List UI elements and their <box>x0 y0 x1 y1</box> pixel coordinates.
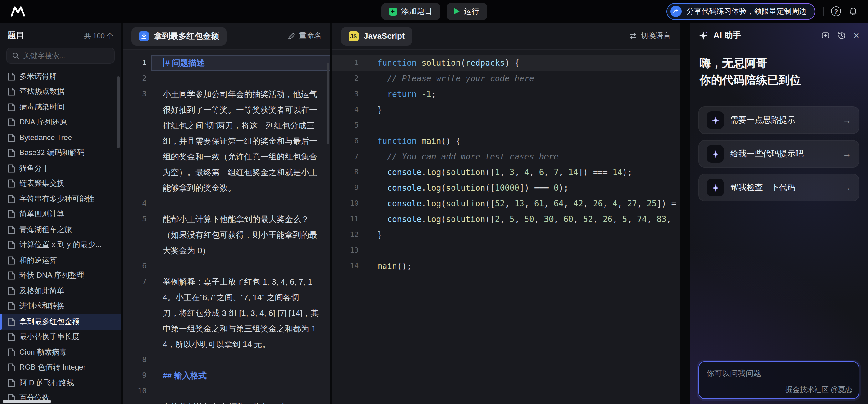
rename-button[interactable]: 重命名 <box>288 31 322 41</box>
code-line[interactable]: 6function main() { <box>332 133 680 149</box>
new-chat-icon[interactable] <box>821 31 830 40</box>
code-line[interactable]: 11 console.log(solution([2, 5, 50, 30, 6… <box>332 211 680 227</box>
document-icon <box>7 257 15 265</box>
code-line[interactable]: 1function solution(redpacks) { <box>332 55 680 71</box>
main-area: 题目 共 100 个 多米诺骨牌查找热点数据病毒感染时间DNA 序列还原Byte… <box>0 23 868 404</box>
sidebar-item[interactable]: 进制求和转换 <box>0 299 121 314</box>
topbar: + 添加题目 运行 分享代码练习体验，领限量定制周边 ? <box>0 0 868 23</box>
problem-scrollbar[interactable] <box>327 63 329 144</box>
search-input[interactable] <box>23 52 109 59</box>
problem-line[interactable]: 10 <box>123 383 331 399</box>
search-box[interactable] <box>6 47 115 64</box>
problem-line[interactable]: 6 <box>123 258 331 274</box>
sidebar-item[interactable]: 计算位置 x 到 y 的最少... <box>0 237 121 252</box>
topbar-right: 分享代码练习体验，领限量定制周边 ? <box>666 3 858 20</box>
add-problem-button[interactable]: + 添加题目 <box>381 3 440 20</box>
sidebar-item[interactable]: Base32 编码和解码 <box>0 145 121 161</box>
problem-title: 拿到最多红包金额 <box>154 30 219 42</box>
sidebar-item[interactable]: 环状 DNA 序列整理 <box>0 268 121 283</box>
ai-question-input[interactable] <box>699 362 859 398</box>
problem-title-tab[interactable]: 拿到最多红包金额 <box>131 27 226 45</box>
sidebar-item[interactable]: 猫鱼分干 <box>0 161 121 176</box>
ai-panel-title: AI 助手 <box>713 30 741 41</box>
share-icon <box>670 6 682 17</box>
code-line[interactable]: 3 return -1; <box>332 86 680 102</box>
sidebar-item[interactable]: 链表聚集交换 <box>0 176 121 191</box>
code-line[interactable]: 5 <box>332 117 680 133</box>
problem-line[interactable]: 8 <box>123 352 331 368</box>
run-label: 运行 <box>464 6 479 16</box>
arrow-right-icon: → <box>842 182 851 193</box>
run-button[interactable]: 运行 <box>446 3 487 20</box>
bell-icon[interactable] <box>848 7 858 16</box>
suggestion-card[interactable]: 需要一点思路提示→ <box>699 106 859 134</box>
sidebar-item[interactable]: Bytedance Tree <box>0 130 121 145</box>
share-banner[interactable]: 分享代码练习体验，领限量定制周边 <box>666 3 815 20</box>
history-icon[interactable] <box>837 31 846 40</box>
sparkle-icon <box>707 179 724 196</box>
code-line[interactable]: 10 console.log(solution([52, 13, 61, 64,… <box>332 196 680 211</box>
document-icon <box>7 149 15 157</box>
sidebar-item[interactable]: 和的逆运算 <box>0 252 121 268</box>
sidebar-item[interactable]: 最小替换子串长度 <box>0 329 121 345</box>
suggestion-label: 帮我检查一下代码 <box>730 182 796 193</box>
sidebar-scrollbar[interactable] <box>117 76 120 148</box>
code-line-text: return -1; <box>361 86 680 102</box>
code-line[interactable]: 14main(); <box>332 258 680 274</box>
pencil-icon <box>288 32 296 40</box>
code-line[interactable]: 4} <box>332 102 680 117</box>
code-line[interactable]: 7 // You can add more test cases here <box>332 149 680 165</box>
language-tab[interactable]: JS JavaScript <box>341 27 412 45</box>
sidebar-item[interactable]: 多米诺骨牌 <box>0 69 121 84</box>
code-line-text <box>361 117 680 133</box>
problem-line[interactable]: 3小王同学参加公司年会的抽奖活动，他运气很好抽到了一等奖。一等奖获奖者可以在一排… <box>123 86 331 196</box>
problem-line[interactable]: 11空格分割的红包金额数，共有 N 个 <box>123 399 331 404</box>
line-number: 8 <box>123 352 151 368</box>
plus-icon: + <box>389 7 397 15</box>
sidebar-item[interactable]: Cion 勒索病毒 <box>0 345 121 360</box>
play-icon <box>454 8 459 14</box>
code-line-text: } <box>361 102 680 117</box>
sidebar-item[interactable]: DNA 序列还原 <box>0 115 121 130</box>
sidebar-item[interactable]: 病毒感染时间 <box>0 99 121 115</box>
sidebar-item-label: 阿 D 的飞行路线 <box>20 378 74 389</box>
app-logo[interactable] <box>10 6 26 17</box>
sidebar-item[interactable]: 青海湖租车之旅 <box>0 222 121 237</box>
line-number: 1 <box>123 55 151 71</box>
problem-line[interactable]: 7举例解释：桌子上放了红包 1, 3, 4, 6, 7, 14。小王在“6,7”… <box>123 274 331 352</box>
sidebar-item[interactable]: 及格如此简单 <box>0 283 121 299</box>
suggestion-card[interactable]: 帮我检查一下代码→ <box>699 174 859 201</box>
sidebar-item[interactable]: 阿 D 的飞行路线 <box>0 375 121 391</box>
sidebar-item-label: 青海湖租车之旅 <box>20 225 72 235</box>
problem-line[interactable]: 4 <box>123 196 331 211</box>
sidebar-item[interactable]: 拿到最多红包金额 <box>0 314 121 329</box>
problem-line[interactable]: 5能帮小王计算下他能拿到的最大奖金么？（如果没有红包可获得，则小王能拿到的最大奖… <box>123 211 331 258</box>
suggestion-card[interactable]: 给我一些代码提示吧→ <box>699 140 859 168</box>
code-line[interactable]: 13 <box>332 243 680 258</box>
sidebar-item[interactable]: 查找热点数据 <box>0 84 121 99</box>
problem-line[interactable]: 9## 输入格式 <box>123 368 331 383</box>
code-line[interactable]: 8 console.log(solution([1, 3, 4, 6, 7, 1… <box>332 165 680 180</box>
sidebar-item-label: 多米诺骨牌 <box>20 71 57 82</box>
suggestion-list: 需要一点思路提示→给我一些代码提示吧→帮我检查一下代码→ <box>690 106 868 201</box>
help-icon[interactable]: ? <box>831 6 841 16</box>
problem-line[interactable]: 2 <box>123 71 331 86</box>
sidebar-item[interactable]: 字符串有多少种可能性 <box>0 191 121 207</box>
ai-input-box[interactable]: 掘金技术社区 @夏恋 <box>699 362 859 399</box>
sidebar-item[interactable]: 简单四则计算 <box>0 207 121 222</box>
problem-line[interactable]: 1# 问题描述 <box>123 55 331 71</box>
code-line-text: console.log(solution([10000]) === 0); <box>361 180 680 196</box>
close-icon[interactable]: × <box>853 31 859 41</box>
sidebar-item-label: 病毒感染时间 <box>20 102 64 112</box>
sidebar-item-label: Bytedance Tree <box>20 134 72 142</box>
line-number: 10 <box>332 196 361 211</box>
code-line[interactable]: 12} <box>332 227 680 243</box>
code-line-text: function main() { <box>361 133 680 149</box>
problem-line-text <box>151 196 331 211</box>
problem-panel-header: 拿到最多红包金额 重命名 <box>123 23 331 50</box>
code-line[interactable]: 9 console.log(solution([10000]) === 0); <box>332 180 680 196</box>
sidebar-horizontal-scrollbar[interactable] <box>2 400 51 403</box>
code-line[interactable]: 2 // Please write your code here <box>332 71 680 86</box>
sidebar-item[interactable]: RGB 色值转 Integer <box>0 360 121 375</box>
switch-language-button[interactable]: 切换语言 <box>629 31 671 41</box>
